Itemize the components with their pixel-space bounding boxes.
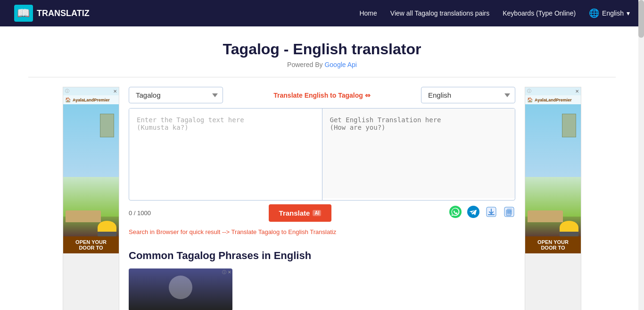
person-silhouette <box>169 276 192 299</box>
left-ad-inner: ⓘ ✕ 🏠 AyalaLandPremier OPEN YOURDOOR TO <box>63 87 119 253</box>
left-ad-label: ⓘ <box>65 88 69 94</box>
common-phrases-section: Common Tagalog Phrases in English ⓘ ✕ <box>129 250 515 310</box>
right-ad-image <box>525 104 581 236</box>
right-ad-inner: ⓘ ✕ 🏠 AyalaLandPremier OPEN YOURDOOR TO <box>525 87 581 253</box>
chevron-down-icon: ▾ <box>627 9 630 17</box>
right-ad-brand-name: AyalaLandPremier <box>535 98 572 102</box>
phrase-ad-info: ⓘ ✕ <box>222 269 231 276</box>
common-phrases-heading: Common Tagalog Phrases in English <box>129 250 515 262</box>
swap-arrows-icon: ⇔ <box>365 92 371 99</box>
phrase-image-1: ⓘ ✕ <box>129 268 232 310</box>
download-button[interactable] <box>485 206 497 221</box>
left-ad-panel: ⓘ ✕ 🏠 AyalaLandPremier OPEN YOURDOOR TO <box>63 87 119 310</box>
scrollbar-track[interactable] <box>638 0 644 310</box>
page-subtitle: Powered By Google Api <box>0 61 644 68</box>
nav-links: Home View all Tagalog translations pairs… <box>359 8 630 18</box>
globe-icon: 🌐 <box>589 8 599 18</box>
nav-view-all[interactable]: View all Tagalog translations pairs <box>390 9 489 17</box>
left-ad-top-bar: ⓘ ✕ <box>63 87 119 95</box>
left-ad-image <box>63 104 119 236</box>
right-ad-close[interactable]: ✕ <box>575 89 579 94</box>
char-count: 0 / 1000 <box>129 209 151 217</box>
translate-button-label: Translate <box>279 209 310 217</box>
translator-center: Tagalog Translate English to Tagalog ⇔ E… <box>119 87 525 310</box>
swap-text: Translate English to Tagalog <box>273 92 363 99</box>
nav-home[interactable]: Home <box>359 9 377 17</box>
right-ad-info-icon: ⓘ <box>527 88 531 94</box>
output-textarea[interactable] <box>322 109 515 198</box>
logo-icon: 📖 <box>14 5 33 22</box>
left-ad-brand: 🏠 AyalaLandPremier <box>63 95 119 104</box>
source-language-select[interactable]: Tagalog <box>129 87 223 103</box>
left-ad-logo-icon: 🏠 <box>65 97 71 102</box>
search-hint-prefix: Search in Browser for quick result --> <box>129 228 231 235</box>
output-textarea-wrapper <box>322 109 515 200</box>
translator-layout: ⓘ ✕ 🏠 AyalaLandPremier OPEN YOURDOOR TO <box>0 77 644 310</box>
whatsapp-share-button[interactable] <box>449 206 462 221</box>
phrase-image-bg <box>129 268 232 310</box>
copy-button[interactable] <box>503 206 515 221</box>
scrollbar-thumb[interactable] <box>638 0 644 38</box>
page-title: Tagalog - English translator <box>0 41 644 58</box>
source-textarea[interactable] <box>129 109 322 198</box>
svg-point-3 <box>467 206 479 218</box>
target-language-select[interactable]: English <box>421 87 515 103</box>
left-ad-brand-name: AyalaLandPremier <box>73 98 110 102</box>
lang-label: English <box>602 9 624 17</box>
language-bar: Tagalog Translate English to Tagalog ⇔ E… <box>129 87 515 103</box>
navbar: 📖 TRANSLATIZ Home View all Tagalog trans… <box>0 0 644 26</box>
right-ad-brand: 🏠 AyalaLandPremier <box>525 95 581 104</box>
action-icons <box>449 206 515 221</box>
brand-name: TRANSLATIZ <box>37 8 90 18</box>
svg-text:📖: 📖 <box>17 7 30 19</box>
left-ad-bottom-text: OPEN YOURDOOR TO <box>63 236 119 253</box>
textareas-container <box>129 108 515 201</box>
language-switcher[interactable]: 🌐 English ▾ <box>589 8 630 18</box>
right-ad-top-bar: ⓘ ✕ <box>525 87 581 95</box>
page-title-section: Tagalog - English translator Powered By … <box>0 26 644 77</box>
translate-button[interactable]: Translate AI <box>269 204 332 222</box>
brand-logo[interactable]: 📖 TRANSLATIZ <box>14 5 90 22</box>
search-hint-link[interactable]: Translate Tagalog to English Translatiz <box>231 228 337 235</box>
phrase-images-row: ⓘ ✕ <box>129 268 515 310</box>
right-ad-bottom-text: OPEN YOURDOOR TO <box>525 236 581 253</box>
search-hint: Search in Browser for quick result --> T… <box>129 228 515 235</box>
telegram-share-button[interactable] <box>467 206 479 221</box>
google-api-label: Google Api <box>324 61 357 68</box>
svg-point-2 <box>449 206 462 218</box>
ai-badge: AI <box>313 210 321 216</box>
right-ad-panel: ⓘ ✕ 🏠 AyalaLandPremier OPEN YOURDOOR TO <box>525 87 581 310</box>
nav-keyboards[interactable]: Keyboards (Type Online) <box>503 9 576 17</box>
right-ad-logo-icon: 🏠 <box>527 97 533 102</box>
bottom-row: 0 / 1000 Translate AI <box>129 204 515 222</box>
left-ad-close[interactable]: ✕ <box>113 89 117 94</box>
source-textarea-wrapper <box>129 109 322 200</box>
swap-languages-button[interactable]: Translate English to Tagalog ⇔ <box>223 92 421 99</box>
